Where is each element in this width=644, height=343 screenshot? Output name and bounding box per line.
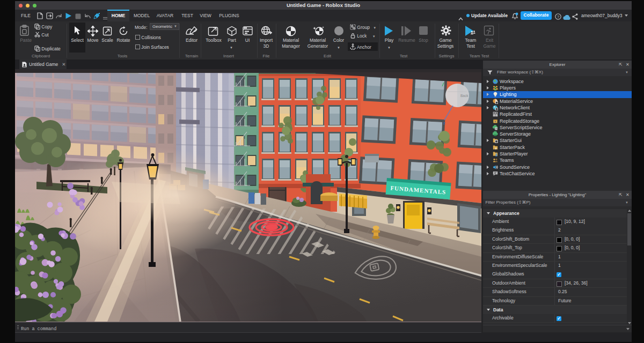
svg-text:Z: Z [443,122,445,125]
svg-text:Back: Back [460,94,469,98]
svg-text:?: ? [557,14,559,19]
